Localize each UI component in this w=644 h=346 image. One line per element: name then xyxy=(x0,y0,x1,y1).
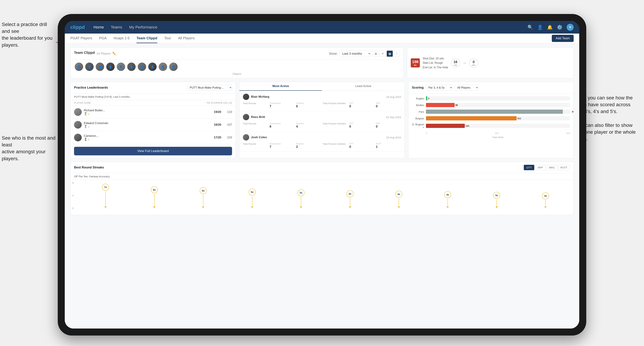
add-team-button[interactable]: Add Team xyxy=(552,35,574,42)
scoring-header: Scoring Par 3, 4 & 5s All Players xyxy=(408,82,574,93)
leaderboard-dropdown[interactable]: PUTT Must Make Putting ... xyxy=(187,85,232,91)
card-view-btn[interactable]: ▦ xyxy=(386,50,393,57)
activity-player-1: Blair McHarg 26 Aug 2023 Total Rounds To… xyxy=(240,91,404,111)
total-practice-label: Total Practice Activities xyxy=(323,102,348,105)
leaderboard-row-2[interactable]: Edward Crossman 🥈 2 18/20 107 xyxy=(70,119,236,131)
streak-dot-6x-2: 6x xyxy=(200,187,207,208)
streak-tab-putt[interactable]: PUTT xyxy=(558,165,570,170)
leaderboard-row-3[interactable]: Cameron... 🥉 3 17/20 103 xyxy=(70,131,236,144)
player-avatar-4[interactable]: 👤 xyxy=(106,63,114,71)
tab-pgat-players[interactable]: PGAT Players xyxy=(70,33,92,43)
person-icon[interactable]: 👤 xyxy=(537,25,543,30)
bell-icon[interactable]: 🔔 xyxy=(547,25,553,30)
lb-player-2: Edward Crossman 🥈 2 xyxy=(84,121,208,128)
shot-info: Shot Dist: 16 yds Start Lie: Rough End L… xyxy=(422,56,448,70)
bar-track-pars: 499 xyxy=(426,110,570,114)
player-avatar-3[interactable]: 👤 xyxy=(96,63,104,71)
streak-tab-app[interactable]: APP xyxy=(535,165,546,170)
nav-link-teams[interactable]: Teams xyxy=(111,25,122,29)
bar-value-bogeys: 311 xyxy=(517,117,521,120)
annotation-bottom-left: See who is the most and leastactive amon… xyxy=(2,135,58,162)
scoring-filter-players[interactable]: All Players xyxy=(455,85,478,91)
streak-chart: 8 4 0 7x 6x xyxy=(70,180,574,215)
streaks-title: Best Round Streaks xyxy=(74,166,104,169)
activity-date-1: 26 Aug 2023 xyxy=(386,95,401,98)
col-pb-score: PB SCORE xyxy=(207,102,219,104)
total-rounds-label: Total Rounds xyxy=(243,102,268,105)
list-view-btn[interactable]: ≡ xyxy=(380,50,386,57)
player-avatar-1[interactable]: 👤 xyxy=(75,63,83,71)
player-avatar-8[interactable]: 👤 xyxy=(148,63,156,71)
stat-group-practice: Practice 6 xyxy=(296,102,321,108)
lb-name-2: Edward Crossman xyxy=(84,121,208,125)
lb-name-3: Cameron... xyxy=(84,134,208,138)
tab-hcaps[interactable]: Hcaps 1-5 xyxy=(114,33,130,43)
tab-all-players[interactable]: All Players xyxy=(178,33,194,43)
nav-logo: clippd xyxy=(70,24,85,30)
stat-tournament-3: Tournament 7 xyxy=(270,143,295,149)
activity-player-header-2: Rees Britt 02 Sep 2023 xyxy=(243,114,401,120)
navbar: clippd Home Teams My Performance 🔍 👤 🔔 ⚙… xyxy=(65,21,579,33)
chart-xlabel: Total Shots xyxy=(412,136,570,139)
player-avatar-9[interactable]: 👤 xyxy=(159,63,167,71)
shot-card: 198 SC Shot Dist: 16 yds Start Lie: Roug… xyxy=(407,47,574,78)
player-avatar-5[interactable]: 👤 xyxy=(117,63,125,71)
axis-0: 0 xyxy=(426,132,427,135)
activity-avatar-1 xyxy=(243,94,249,100)
activity-stats-2: Total Rounds Tournament 8 Practice 4 xyxy=(243,122,401,128)
player-count: 14 Players xyxy=(96,52,110,55)
tab-least-active[interactable]: Least Active xyxy=(322,82,404,91)
show-select[interactable]: Last 3 months Last 6 months Last year xyxy=(339,50,371,57)
stat-group-total-rounds: Total Rounds xyxy=(243,102,268,108)
bar-label-birdies: Birdies xyxy=(412,104,424,107)
tournament-value-3: 7 xyxy=(270,145,295,149)
nav-link-home[interactable]: Home xyxy=(94,25,104,29)
tab-tour[interactable]: Tour xyxy=(164,33,171,43)
col-pb-avg: PB AVG SQ xyxy=(219,102,232,104)
streaks-subtitle: Off The Tee, Fairway Accuracy xyxy=(70,173,574,180)
subnav: PGAT Players PGA Hcaps 1-5 Team Clippd T… xyxy=(65,33,579,43)
lb-name-1: Richard Butler... xyxy=(84,109,208,112)
ott-value-1: 0 xyxy=(349,105,374,108)
nav-link-myperformance[interactable]: My Performance xyxy=(129,25,157,29)
lb-player-1: Richard Butler... 🥇 2 xyxy=(84,109,208,116)
player-avatar-10[interactable]: 👤 xyxy=(169,63,178,71)
shot-circle-1-label: yds xyxy=(454,64,457,66)
streaks-tabs: OTT APP ARG PUTT xyxy=(524,165,570,170)
tournament-label: Tournament xyxy=(270,102,295,105)
search-icon[interactable]: 🔍 xyxy=(528,25,533,30)
player-avatar-6[interactable]: 👤 xyxy=(127,63,136,71)
shot-badge-value: 198 xyxy=(412,60,418,64)
leaderboard-table-header: PLAYER NAME PB SCORE PB AVG SQ xyxy=(70,100,236,106)
streak-tab-arg[interactable]: ARG xyxy=(546,165,557,170)
edit-icon[interactable]: ✏️ xyxy=(112,52,116,56)
leaderboard-title: Practice Leaderboards xyxy=(74,86,108,89)
streak-tab-ott[interactable]: OTT xyxy=(524,165,534,170)
scoring-filter-par[interactable]: Par 3, 4 & 5s xyxy=(426,85,452,91)
activity-date-3: 26 Aug 2023 xyxy=(386,136,401,139)
lb-avatar-3 xyxy=(74,134,82,141)
bar-fill-eagles xyxy=(426,96,427,100)
chart-axis: 0 200 400 xyxy=(412,131,570,135)
player-avatar-7[interactable]: 👤 xyxy=(138,63,146,71)
stat-tournament-2: Tournament 8 xyxy=(270,122,295,128)
streak-circle-6x-1 xyxy=(154,206,155,208)
sort-btn[interactable]: ↕ xyxy=(394,50,400,57)
view-full-leaderboard-button[interactable]: View Full Leaderboard xyxy=(74,147,232,155)
bar-row-birdies: Birdies 96 xyxy=(412,103,570,107)
leaderboard-row-1[interactable]: Richard Butler... 🥇 2 19/20 110 xyxy=(70,106,236,119)
settings-icon[interactable]: ⚙️ xyxy=(557,25,562,30)
tab-pga[interactable]: PGA xyxy=(99,33,106,43)
streak-dot-3x-1: 3x xyxy=(493,192,500,208)
stat-total-rounds-3: Total Rounds xyxy=(243,143,268,149)
player-avatar-2[interactable]: 👤 xyxy=(85,63,94,71)
avatar[interactable]: ▼ xyxy=(567,24,574,31)
grid-view-btn[interactable]: ⊞ xyxy=(372,50,379,57)
y-axis-mid: 4 xyxy=(72,194,74,197)
activity-name-2: Rees Britt xyxy=(251,115,384,119)
tab-most-active[interactable]: Most Active xyxy=(240,82,322,91)
tab-team-clippd[interactable]: Team Clippd xyxy=(136,33,157,43)
team-players-card: Team Clippd 14 Players ✏️ Show: Last 3 m… xyxy=(70,47,404,78)
app-value-1: 0 xyxy=(376,105,401,108)
main-content: Team Clippd 14 Players ✏️ Show: Last 3 m… xyxy=(65,43,579,329)
